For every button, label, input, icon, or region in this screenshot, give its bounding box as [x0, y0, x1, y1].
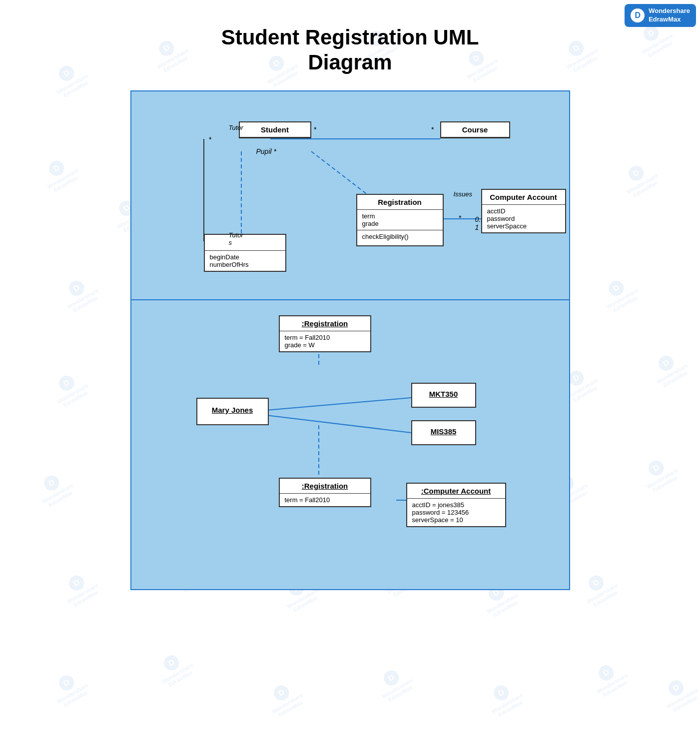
tutor-class-box: beginDatenumberOfHrs [204, 234, 286, 272]
page-title: Student Registration UMLDiagram [0, 25, 700, 75]
mkt350-obj-header: MKT350 [412, 384, 475, 401]
tutor-class-attrs: beginDatenumberOfHrs [205, 251, 285, 271]
brand-text: Wondershare EdrawMax [649, 7, 690, 24]
diagram-container: Student Course Registration termgrade ch… [130, 90, 570, 590]
tutor-label-bottom: Tutors [229, 231, 243, 246]
computer-account-obj-box: :Computer Account acctID = jones385passw… [406, 483, 506, 527]
reg-comp-mult-left: * [459, 214, 461, 222]
reg-comp-mult-right: 0..1 [475, 215, 483, 231]
registration1-obj-box: :Registration term = Fall2010grade = W [279, 315, 371, 352]
registration2-obj-attrs: term = Fall2010 [280, 493, 370, 506]
computer-account-obj-header: :Computer Account [407, 484, 505, 498]
registration1-obj-attrs: term = Fall2010grade = W [280, 331, 370, 351]
mary-jones-obj-header: Mary Jones [197, 399, 268, 417]
svg-line-9 [266, 415, 411, 433]
registration-attrs: termgrade [357, 210, 443, 230]
class-diagram-panel: Student Course Registration termgrade ch… [130, 90, 570, 300]
brand-badge: D Wondershare EdrawMax [625, 4, 696, 27]
registration2-obj-header: :Registration [280, 479, 370, 493]
registration-methods: checkEligibility() [357, 230, 443, 245]
registration1-obj-header: :Registration [280, 316, 370, 331]
course-class-box: Course [440, 121, 510, 138]
svg-line-8 [266, 398, 411, 410]
mis385-obj-box: MIS385 [411, 420, 476, 445]
student-course-mult-left: * [314, 125, 316, 133]
pupil-label: Pupil * [256, 147, 276, 155]
mis385-obj-header: MIS385 [412, 421, 475, 439]
brand-icon-letter: D [635, 11, 641, 20]
registration-class-header: Registration [357, 195, 443, 210]
tutor-label-top: Tutor [229, 124, 243, 131]
brand-icon: D [631, 8, 645, 22]
registration2-obj-box: :Registration term = Fall2010 [279, 478, 371, 507]
mkt350-obj-box: MKT350 [411, 383, 476, 408]
computer-account-class-header: Computer Account [482, 190, 565, 205]
mary-jones-obj-box: Mary Jones [196, 398, 269, 425]
computer-account-obj-attrs: acctID = jones385password = 123456server… [407, 498, 505, 526]
computer-account-attrs: acctIDpasswordserverSpacce [482, 205, 565, 232]
issues-label: Issues [454, 190, 473, 198]
computer-account-class-box: Computer Account acctIDpasswordserverSpa… [481, 189, 566, 233]
object-diagram-panel: :Registration term = Fall2010grade = W M… [130, 300, 570, 590]
registration-class-box: Registration termgrade checkEligibility(… [356, 194, 444, 246]
course-class-header: Course [441, 122, 509, 137]
tutor-mult-top: * [209, 135, 211, 143]
student-course-mult-right: * [431, 125, 434, 133]
tutor-class-empty-header [205, 235, 285, 251]
student-class-box: Student [239, 121, 311, 138]
student-class-header: Student [240, 122, 310, 137]
